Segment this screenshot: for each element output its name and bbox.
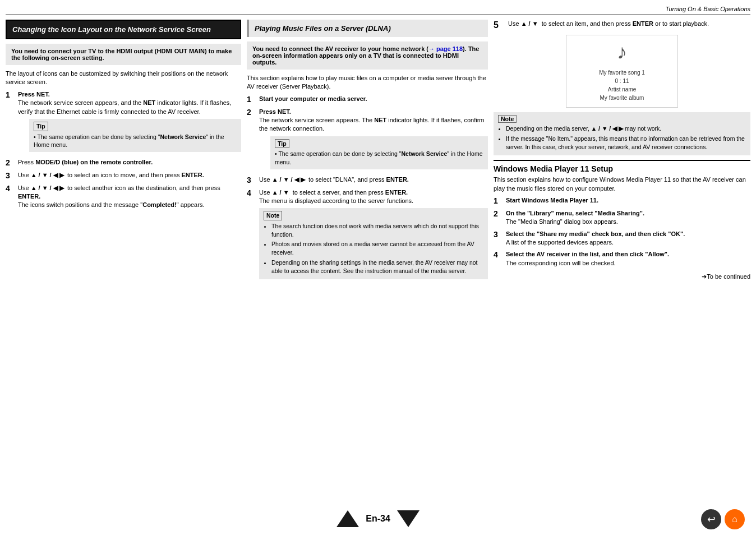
windows-divider (494, 160, 750, 161)
right-note: Note Depending on the media server, ▲ / … (494, 112, 750, 155)
mid-step-2-tip: Tip • The same operation can be done by … (270, 136, 488, 169)
mid-note-item-1: The search function does not work with m… (271, 222, 483, 238)
left-step-3: 3 Use ▲ / ▼ / ◀ ▶ to select an icon to m… (6, 171, 241, 181)
right-note-item-2: If the message "No Item." appears, this … (506, 135, 746, 151)
mid-step-4-content: Use ▲ / ▼ to select a server, and then p… (259, 188, 488, 283)
step-4-detail: The icons switch positions and the messa… (18, 201, 241, 209)
mid-step-num-3: 3 (247, 176, 256, 185)
win-step-3: 3 Select the "Share my media" check box,… (494, 230, 750, 247)
mid-step-3-content: Use ▲ / ▼ / ◀ ▶ to select "DLNA", and pr… (259, 176, 488, 184)
step-3-main: Use ▲ / ▼ / ◀ ▶ to select an icon to mov… (18, 171, 241, 179)
tip-label-mid: Tip (275, 139, 289, 149)
continued-text: ➜To be continued (494, 273, 750, 280)
back-button[interactable]: ↩ (701, 509, 721, 529)
left-section-title: Changing the Icon Layout on the Network … (6, 20, 241, 39)
win-step-2-main: On the "Library" menu, select "Media Sha… (506, 210, 644, 216)
win-step-4-content: Select the AV receiver in the list, and … (506, 250, 750, 268)
footer: En-34 (0, 510, 756, 527)
music-info: My favorite song 1 0 : 11 Artist name My… (599, 68, 645, 102)
mid-step-num-2: 2 (247, 108, 256, 117)
win-step-1: 1 Start Windows Media Player 11. (494, 196, 750, 206)
step-num-2: 2 (6, 158, 15, 168)
mid-section-title: Playing Music Files on a Server (DLNA) (247, 20, 488, 37)
music-note-icon: ♪ (617, 40, 627, 64)
step-4-content: Use ▲ / ▼ / ◀ ▶ to select another icon a… (18, 184, 241, 210)
left-warning: You need to connect your TV to the HDMI … (6, 44, 241, 65)
song-time: 0 : 11 (615, 78, 629, 84)
left-column: Changing the Icon Layout on the Network … (6, 20, 241, 213)
mid-column: Playing Music Files on a Server (DLNA) Y… (247, 20, 488, 285)
windows-intro: This section explains how to configure W… (494, 176, 750, 193)
step-1-main: Press NET. (18, 91, 50, 98)
step-num-3: 3 (6, 171, 15, 181)
next-page-button[interactable] (397, 510, 420, 527)
win-step-1-main: Start Windows Media Player 11. (506, 197, 598, 204)
song-artist: Artist name (608, 86, 637, 93)
mid-step-2-content: Press NET. The network service screen ap… (259, 108, 488, 172)
right-step-5: 5 Use ▲ / ▼ to select an item, and then … (494, 20, 750, 30)
right-note-label: Note (498, 115, 517, 123)
tip-label-1: Tip (34, 122, 48, 131)
back-icon: ↩ (707, 513, 716, 525)
win-step-num-2: 2 (494, 209, 503, 219)
step-4-main: Use ▲ / ▼ / ◀ ▶ to select another icon a… (18, 184, 241, 201)
win-step-num-1: 1 (494, 196, 503, 206)
mid-step-4-main: Use ▲ / ▼ to select a server, and then p… (259, 188, 488, 197)
song-album: My favorite album (600, 95, 644, 101)
mid-step-1: 1 Start your computer or media server. (247, 95, 488, 104)
right-note-list: Depending on the media server, ▲ / ▼ / ◀… (498, 124, 746, 151)
mid-step-1-main: Start your computer or media server. (259, 95, 367, 102)
win-step-num-3: 3 (494, 230, 503, 239)
tip-mid-text: • The same operation can be done by sele… (275, 150, 483, 166)
step-num-4: 4 (6, 184, 15, 193)
win-step-3-content: Select the "Share my media" check box, a… (506, 230, 750, 247)
header-title: Turning On & Basic Operations (666, 6, 750, 12)
right-step-5-main: Use ▲ / ▼ to select an item, and then pr… (508, 20, 750, 28)
music-screen-preview: ♪ My favorite song 1 0 : 11 Artist name … (566, 35, 678, 108)
mid-note: Note The search function does not work w… (259, 208, 488, 279)
mid-intro: This section explains how to play music … (247, 74, 488, 91)
right-column: 5 Use ▲ / ▼ to select an item, and then … (494, 20, 750, 280)
page-ref[interactable]: → page 118 (428, 45, 463, 52)
right-step-num-5: 5 (494, 20, 505, 30)
win-step-2-content: On the "Library" menu, select "Media Sha… (506, 209, 750, 227)
win-step-2: 2 On the "Library" menu, select "Media S… (494, 209, 750, 227)
right-note-item-1: Depending on the media server, ▲ / ▼ / ◀… (506, 124, 746, 133)
mid-note-list: The search function does not work with m… (264, 222, 483, 275)
mid-warning: You need to connect the AV receiver to y… (247, 41, 488, 70)
mid-step-2: 2 Press NET. The network service screen … (247, 108, 488, 172)
mid-step-4: 4 Use ▲ / ▼ to select a server, and then… (247, 188, 488, 283)
mid-step-2-detail: The network service screen appears. The … (259, 116, 488, 133)
left-step-2: 2 Press MODE/D (blue) on the remote cont… (6, 158, 241, 168)
step-2-content: Press MODE/D (blue) on the remote contro… (18, 158, 241, 167)
page-container: Turning On & Basic Operations Changing t… (0, 0, 756, 535)
mid-step-1-content: Start your computer or media server. (259, 95, 488, 103)
step-1-detail: The network service screen appears, and … (18, 99, 241, 116)
win-step-4-main: Select the AV receiver in the list, and … (506, 251, 669, 257)
page-label: En-34 (366, 514, 390, 524)
win-step-num-4: 4 (494, 250, 503, 260)
mid-step-3-main: Use ▲ / ▼ / ◀ ▶ to select "DLNA", and pr… (259, 176, 488, 184)
step-3-content: Use ▲ / ▼ / ◀ ▶ to select an icon to mov… (18, 171, 241, 179)
step-1-tip: Tip • The same operation can be done by … (29, 119, 241, 152)
mid-note-item-3: Depending on the sharing settings in the… (271, 259, 483, 275)
mid-step-num-1: 1 (247, 95, 256, 104)
mid-step-2-main: Press NET. (259, 108, 291, 115)
win-step-4: 4 Select the AV receiver in the list, an… (494, 250, 750, 268)
mid-step-3: 3 Use ▲ / ▼ / ◀ ▶ to select "DLNA", and … (247, 176, 488, 185)
left-intro: The layout of icons can be customized by… (6, 70, 241, 87)
home-button[interactable]: ⌂ (725, 509, 745, 529)
mid-note-label: Note (264, 211, 282, 220)
win-step-4-detail: The corresponding icon will be checked. (506, 259, 750, 268)
right-step-5-content: Use ▲ / ▼ to select an item, and then pr… (508, 20, 750, 28)
header: Turning On & Basic Operations (6, 6, 750, 15)
step-1-content: Press NET. The network service screen ap… (18, 90, 241, 155)
win-step-1-content: Start Windows Media Player 11. (506, 196, 750, 205)
nav-icons: ↩ ⌂ (701, 509, 745, 529)
left-step-4: 4 Use ▲ / ▼ / ◀ ▶ to select another icon… (6, 184, 241, 210)
prev-page-button[interactable] (336, 510, 359, 527)
step-2-main: Press MODE/D (blue) on the remote contro… (18, 158, 241, 167)
mid-note-item-2: Photos and movies stored on a media serv… (271, 240, 483, 256)
win-step-3-detail: A list of the supported devices appears. (506, 238, 750, 247)
windows-title: Windows Media Player 11 Setup (494, 164, 750, 173)
